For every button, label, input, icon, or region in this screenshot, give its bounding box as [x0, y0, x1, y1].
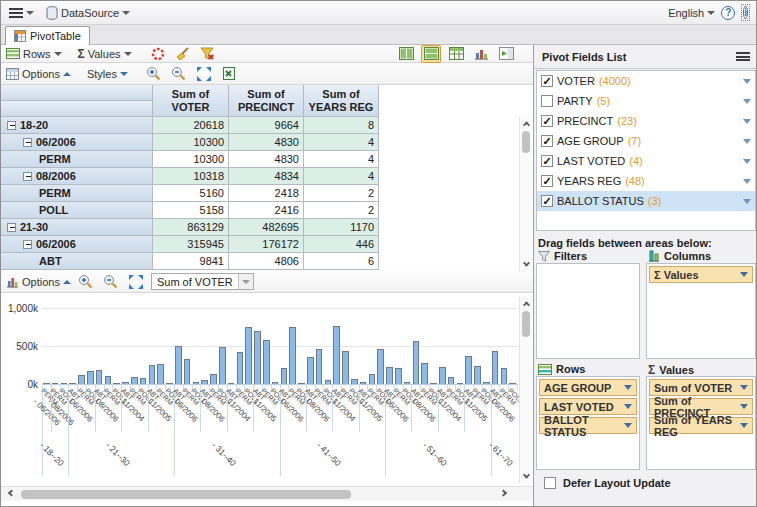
chip-dropdown-arrow[interactable]	[624, 404, 632, 409]
rows-menu-button[interactable]: Rows	[6, 48, 62, 60]
chart-fullscreen-button[interactable]	[126, 273, 146, 291]
field-checkbox[interactable]: ✓	[541, 175, 553, 187]
field-checkbox[interactable]: ✓	[541, 135, 553, 147]
field-item[interactable]: PARTY(5)	[537, 91, 755, 111]
series-selector-dropdown-button[interactable]	[238, 274, 253, 289]
field-item[interactable]: ✓YEARS REG(48)	[537, 171, 755, 191]
chart-bar[interactable]	[474, 366, 481, 384]
chart-bar[interactable]	[333, 326, 340, 384]
field-checkbox[interactable]: ✓	[541, 115, 553, 127]
field-dropdown-arrow[interactable]	[743, 99, 751, 104]
chart-bar[interactable]	[245, 327, 252, 384]
chart-bar[interactable]	[501, 368, 508, 384]
field-item[interactable]: ✓VOTER(4000)	[537, 71, 755, 91]
chart-bar[interactable]	[219, 347, 226, 384]
tab-pivottable[interactable]: PivotTable	[5, 26, 90, 45]
field-dropdown-arrow[interactable]	[743, 199, 751, 204]
values-menu-button[interactable]: Σ Values	[78, 47, 132, 61]
scrollbar-thumb[interactable]	[522, 311, 530, 337]
columns-drop-area[interactable]: Σ Values	[646, 263, 756, 359]
column-header[interactable]: Sum ofYEARS REG	[304, 85, 379, 117]
chart-bar[interactable]	[193, 382, 200, 384]
chart-zoom-out-button[interactable]	[101, 273, 121, 291]
chart-bar[interactable]	[325, 380, 332, 384]
chart-bar[interactable]	[272, 382, 279, 384]
chart-bar[interactable]	[122, 382, 129, 384]
horizontal-scrollbar[interactable]	[1, 486, 533, 501]
field-checkbox[interactable]: ✓	[541, 75, 553, 87]
chart-bar[interactable]	[210, 374, 217, 384]
chip-dropdown-arrow[interactable]	[740, 385, 748, 390]
chart-bar[interactable]	[395, 368, 402, 384]
column-header[interactable]: Sum ofVOTER	[153, 85, 229, 117]
field-dropdown-arrow[interactable]	[743, 159, 751, 164]
chart-bar[interactable]	[263, 340, 270, 384]
chart-bar[interactable]	[201, 380, 208, 384]
field-checkbox[interactable]: ✓	[541, 155, 553, 167]
chart-bar[interactable]	[509, 383, 516, 384]
chart-bar[interactable]	[430, 383, 437, 384]
scroll-up-button[interactable]	[520, 297, 533, 310]
scroll-right-button[interactable]	[497, 488, 510, 501]
grid-export-excel-button[interactable]	[219, 65, 239, 83]
field-item[interactable]: ✓LAST VOTED(4)	[537, 151, 755, 171]
column-header[interactable]: Sum ofPRECINCT	[229, 85, 304, 117]
chart-zoom-in-button[interactable]	[76, 273, 96, 291]
defer-layout-checkbox[interactable]	[544, 477, 556, 489]
chart-bar[interactable]	[342, 351, 349, 384]
layout-columns-button[interactable]	[396, 45, 416, 63]
chart-bar[interactable]	[307, 357, 314, 384]
grid-styles-button[interactable]: Styles	[87, 68, 128, 80]
row-header-cell[interactable]: PERM	[1, 151, 153, 168]
field-chip[interactable]: Σ Values	[649, 266, 753, 283]
chart-bar[interactable]	[175, 346, 182, 384]
row-header-cell[interactable]: ABT	[1, 253, 153, 270]
chart-bar[interactable]	[237, 352, 244, 384]
chart-bar[interactable]	[113, 383, 120, 384]
chip-dropdown-arrow[interactable]	[740, 272, 748, 277]
collapse-icon[interactable]	[23, 172, 32, 181]
chart-bar[interactable]	[149, 365, 156, 384]
clear-button[interactable]	[173, 45, 193, 63]
chart-bar[interactable]	[351, 379, 358, 384]
grid-options-button[interactable]: Options	[6, 68, 71, 80]
chart-bar[interactable]	[140, 378, 147, 384]
chart-bar[interactable]	[87, 371, 94, 384]
panel-menu-icon[interactable]	[736, 52, 750, 61]
help-icon[interactable]: ?	[721, 6, 735, 20]
chart-bar[interactable]	[228, 383, 235, 384]
chip-dropdown-arrow[interactable]	[740, 423, 748, 428]
row-header-cell[interactable]: 21-30	[1, 219, 153, 236]
field-dropdown-arrow[interactable]	[743, 79, 751, 84]
field-dropdown-arrow[interactable]	[743, 139, 751, 144]
language-dropdown[interactable]: English	[668, 7, 715, 19]
field-dropdown-arrow[interactable]	[743, 119, 751, 124]
chart-bar[interactable]	[457, 383, 464, 384]
chart-bar[interactable]	[281, 368, 288, 384]
chip-dropdown-arrow[interactable]	[624, 385, 632, 390]
chart-bar[interactable]	[43, 383, 50, 384]
chart-bar[interactable]	[369, 374, 376, 384]
row-header-cell[interactable]: 06/2006	[1, 236, 153, 253]
row-header-cell[interactable]: 08/2006	[1, 168, 153, 185]
info-button-focused[interactable]: i	[741, 4, 750, 21]
layout-chart-button[interactable]	[471, 45, 491, 63]
chart-bar[interactable]	[386, 367, 393, 384]
field-chip[interactable]: Sum of YEARS REG	[649, 417, 753, 434]
layout-grid-button[interactable]	[446, 45, 466, 63]
collapse-icon[interactable]	[7, 223, 16, 232]
filters-drop-area[interactable]	[536, 263, 640, 359]
chart-bar[interactable]	[404, 382, 411, 384]
field-chip[interactable]: LAST VOTED	[539, 398, 637, 415]
field-chip[interactable]: AGE GROUP	[539, 379, 637, 396]
scroll-up-button[interactable]	[520, 117, 533, 130]
collapse-icon[interactable]	[7, 121, 16, 130]
grid-fullscreen-button[interactable]	[194, 65, 214, 83]
scroll-left-button[interactable]	[5, 488, 18, 501]
row-header-cell[interactable]: 18-20	[1, 117, 153, 134]
chart-bar[interactable]	[439, 367, 446, 384]
refresh-button[interactable]	[148, 45, 168, 63]
chart-bar[interactable]	[483, 382, 490, 384]
chart-bar[interactable]	[69, 383, 76, 384]
chart-bar[interactable]	[421, 363, 428, 384]
